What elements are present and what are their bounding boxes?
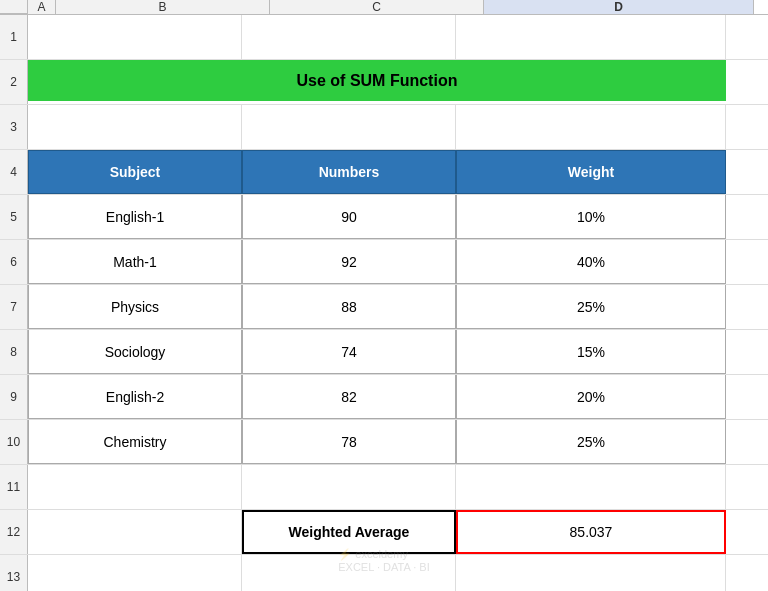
cell-subject-6: Math-1	[28, 240, 242, 284]
title-text: Use of SUM Function	[297, 72, 458, 90]
cell-d11	[456, 465, 726, 509]
row-13: 13	[0, 555, 768, 591]
weighted-average-value: 85.037	[456, 510, 726, 554]
cell-subject-9: English-2	[28, 375, 242, 419]
cell-weight-9: 20%	[456, 375, 726, 419]
row-1: 1	[0, 15, 768, 60]
row-11: 11	[0, 465, 768, 510]
cell-subject-8: Sociology	[28, 330, 242, 374]
cell-numbers-10: 78	[242, 420, 456, 464]
cell-b11	[28, 465, 242, 509]
row-num-7: 7	[0, 285, 28, 329]
cell-d1	[456, 15, 726, 59]
col-header-d: D	[484, 0, 754, 14]
col-header-b: B	[56, 0, 270, 14]
spreadsheet: A B C D 1 2 Use of SUM Function 3	[0, 0, 768, 591]
row-8: 8 Sociology 74 15%	[0, 330, 768, 375]
column-headers: A B C D	[0, 0, 768, 15]
row-2: 2 Use of SUM Function	[0, 60, 768, 105]
row-9: 9 English-2 82 20%	[0, 375, 768, 420]
row-num-9: 9	[0, 375, 28, 419]
header-numbers: Numbers	[242, 150, 456, 194]
cell-d3	[456, 105, 726, 149]
weighted-average-label: Weighted Average	[242, 510, 456, 554]
cell-numbers-5: 90	[242, 195, 456, 239]
cell-weight-8: 15%	[456, 330, 726, 374]
cell-weight-10: 25%	[456, 420, 726, 464]
cell-subject-10: Chemistry	[28, 420, 242, 464]
col-header-a: A	[28, 0, 56, 14]
cell-numbers-6: 92	[242, 240, 456, 284]
row-3: 3	[0, 105, 768, 150]
row-12: 12 Weighted Average 85.037	[0, 510, 768, 555]
cell-weight-7: 25%	[456, 285, 726, 329]
row-num-6: 6	[0, 240, 28, 284]
cell-b3	[28, 105, 242, 149]
cell-c11	[242, 465, 456, 509]
cell-b13	[28, 555, 242, 591]
row-num-1: 1	[0, 15, 28, 59]
cell-d13	[456, 555, 726, 591]
col-header-c: C	[270, 0, 484, 14]
cell-c3	[242, 105, 456, 149]
row-num-8: 8	[0, 330, 28, 374]
row-num-12: 12	[0, 510, 28, 554]
grid-body: 1 2 Use of SUM Function 3 4 Subject Nu	[0, 15, 768, 591]
row-num-4: 4	[0, 150, 28, 194]
row-4: 4 Subject Numbers Weight	[0, 150, 768, 195]
row-num-13: 13	[0, 555, 28, 591]
cell-c13	[242, 555, 456, 591]
row-num-5: 5	[0, 195, 28, 239]
header-weight: Weight	[456, 150, 726, 194]
row-num-11: 11	[0, 465, 28, 509]
row-7: 7 Physics 88 25%	[0, 285, 768, 330]
cell-weight-6: 40%	[456, 240, 726, 284]
corner-cell	[0, 0, 28, 14]
row-num-2: 2	[0, 60, 28, 104]
row-num-3: 3	[0, 105, 28, 149]
title-cell: Use of SUM Function	[28, 60, 726, 101]
cell-subject-7: Physics	[28, 285, 242, 329]
row-5: 5 English-1 90 10%	[0, 195, 768, 240]
cell-subject-5: English-1	[28, 195, 242, 239]
cell-weight-5: 10%	[456, 195, 726, 239]
row-6: 6 Math-1 92 40%	[0, 240, 768, 285]
header-subject: Subject	[28, 150, 242, 194]
cell-numbers-7: 88	[242, 285, 456, 329]
wa-label-text: Weighted Average	[289, 524, 410, 540]
row-10: 10 Chemistry 78 25%	[0, 420, 768, 465]
cell-numbers-8: 74	[242, 330, 456, 374]
data-rows: 5 English-1 90 10% 6 Math-1 92 40% 7 Phy…	[0, 195, 768, 465]
row-num-10: 10	[0, 420, 28, 464]
cell-c1	[242, 15, 456, 59]
cell-b1	[28, 15, 242, 59]
cell-b12-empty	[28, 510, 242, 554]
cell-numbers-9: 82	[242, 375, 456, 419]
wa-value-text: 85.037	[570, 524, 613, 540]
